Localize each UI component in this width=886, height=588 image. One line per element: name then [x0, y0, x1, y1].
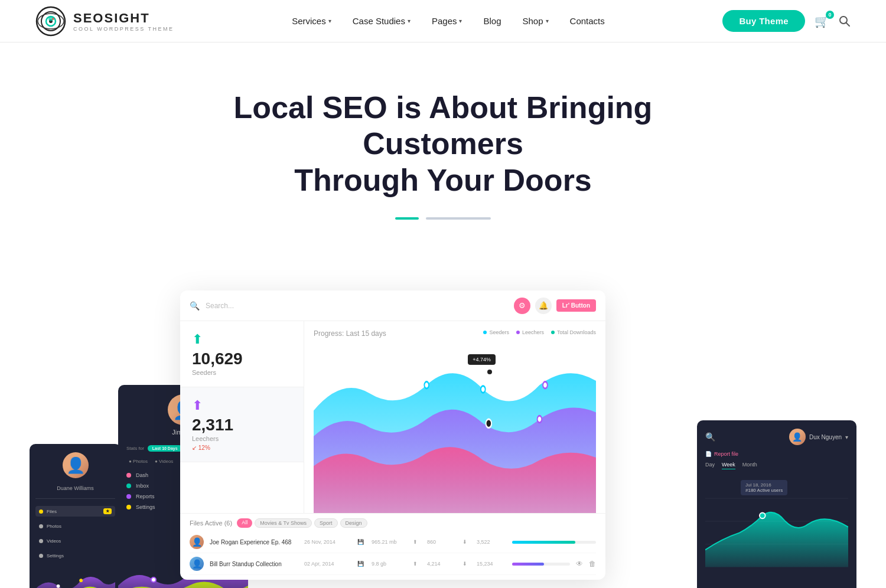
size-icon: 💾 [357, 561, 366, 567]
dashboard-body: ⬆ 10,629 Seeders ⬆ 2,311 Leechers ↙ 12% … [180, 321, 605, 513]
divider-muted [426, 217, 491, 220]
eye-icon[interactable]: 👁 [576, 560, 583, 568]
card-right: 🔍 👤 Dux Nguyen ▾ 📄 Report file Day Week … [697, 420, 856, 588]
chart-title: Progress: Last 15 days [314, 329, 386, 338]
chevron-down-icon: ▾ [328, 18, 331, 24]
legend-leechers: Leechers [516, 329, 544, 335]
svg-point-14 [481, 386, 486, 393]
svg-point-18 [760, 513, 766, 519]
seeders-number: 10,629 [192, 351, 292, 367]
svg-point-9 [57, 584, 60, 588]
nav-item-settings[interactable]: Settings [35, 551, 115, 561]
settings-icon[interactable]: ⚙ [514, 298, 530, 314]
hero-title: Local SEO is About Bringing Customers Th… [177, 90, 709, 198]
screenshots-area: 👤 Duane Williams Files ★ Photos Videos S… [0, 290, 886, 588]
download-icon: ⬆ [192, 398, 292, 413]
seeders-icon: ⬆ [413, 539, 421, 545]
nav-label: Videos [47, 538, 61, 544]
tab-day[interactable]: Day [705, 462, 715, 469]
buy-theme-button[interactable]: Buy Theme [722, 10, 805, 32]
seeders-stat: ⬆ 10,629 Seeders [180, 321, 304, 387]
nav-contacts[interactable]: Contacts [570, 16, 605, 26]
logo-subtitle: COOL WORDPRESS THEME [73, 26, 174, 32]
nav-label: Files [47, 509, 57, 514]
upload-icon: ⬆ [192, 332, 292, 347]
nav-item-photos[interactable]: Photos [35, 521, 115, 531]
svg-point-10 [79, 579, 83, 582]
svg-point-11 [151, 577, 156, 582]
nav-pages[interactable]: Pages ▾ [432, 16, 462, 26]
right-chart-tooltip: Jul 18, 2016 #180 Active users [741, 480, 787, 495]
file-seeders: 860 [427, 539, 457, 545]
user-name-small: Duane Williams [35, 485, 115, 491]
filter-design[interactable]: Design [340, 518, 367, 528]
leechers-label: Leechers [192, 435, 292, 442]
leechers-icon: ⬇ [462, 561, 471, 567]
file-row: 👤 Joe Rogan Experience Ep. 468 26 Nov, 2… [190, 531, 596, 553]
mini-chart [35, 566, 115, 588]
divider-accent [395, 217, 419, 220]
cart-count: 0 [826, 11, 834, 19]
chevron-right-icon: ▾ [845, 434, 848, 440]
svg-line-8 [846, 23, 849, 26]
chart-panel: Progress: Last 15 days Seeders Leechers [304, 321, 605, 513]
search-icon-right[interactable]: 🔍 [705, 432, 715, 442]
nav-shop[interactable]: Shop ▾ [523, 16, 549, 26]
lr-button[interactable]: Lr' Button [556, 299, 596, 312]
filter-all[interactable]: All [237, 518, 252, 528]
files-bottom: Files Active (6) All Movies & Tv Shows S… [180, 513, 605, 580]
delete-icon[interactable]: 🗑 [589, 560, 596, 568]
tab-month[interactable]: Month [742, 462, 757, 469]
user-right-name: Dux Nguyen [809, 434, 842, 440]
bell-icon[interactable]: 🔔 [535, 298, 552, 314]
file-progress-fill [512, 563, 544, 566]
tab-week[interactable]: Week [722, 462, 735, 469]
file-row: 👤 Bill Burr Standup Collection 02 Apr, 2… [190, 553, 596, 575]
nav-services[interactable]: Services ▾ [292, 16, 331, 26]
size-icon: 💾 [357, 539, 366, 545]
report-file-link[interactable]: 📄 Report file [705, 451, 848, 457]
chart-tooltip-dot [486, 368, 493, 375]
logo-title: SEOSIGHT [73, 11, 174, 26]
main-dashboard-card: 🔍 Search... ⚙ 🔔 Lr' Button ⬆ 10,629 Seed… [180, 290, 605, 580]
file-user-avatar: 👤 [190, 535, 204, 549]
chevron-down-icon: ▾ [408, 18, 411, 24]
chevron-down-icon: ▾ [459, 18, 462, 24]
search-icon: 🔍 [190, 301, 200, 311]
wave-chart-svg [314, 342, 596, 513]
leechers-stat: ⬆ 2,311 Leechers ↙ 12% [180, 387, 304, 462]
avatar-right: 👤 [789, 429, 806, 445]
seeders-label: Seeders [192, 369, 292, 376]
nav-item-videos[interactable]: Videos [35, 536, 115, 546]
nav-case-studies[interactable]: Case Studies ▾ [353, 16, 411, 26]
header-icons: ⚙ 🔔 Lr' Button [514, 298, 596, 314]
stats-left-panel: ⬆ 10,629 Seeders ⬆ 2,311 Leechers ↙ 12% [180, 321, 304, 513]
filter-tags: All Movies & Tv Shows Sport Design [237, 518, 367, 528]
right-card-header: 🔍 👤 Dux Nguyen ▾ [705, 429, 848, 445]
hero-section: Local SEO is About Bringing Customers Th… [0, 43, 886, 290]
chevron-down-icon: ▾ [546, 18, 549, 24]
file-size: 965.21 mb [372, 539, 407, 545]
logo[interactable]: SEOSIGHT COOL WORDPRESS THEME [35, 6, 174, 37]
nav-right: Buy Theme 🛒 0 [722, 10, 851, 32]
file-progress-bar [512, 563, 570, 566]
pdf-icon: 📄 [705, 451, 712, 457]
filter-movies[interactable]: Movies & Tv Shows [255, 518, 312, 528]
file-name: Joe Rogan Experience Ep. 468 [210, 539, 298, 545]
search-button[interactable] [839, 15, 851, 27]
chart-tooltip: +4.74% [468, 354, 496, 365]
svg-point-6 [52, 18, 54, 20]
nav-blog[interactable]: Blog [483, 16, 501, 26]
main-nav: Services ▾ Case Studies ▾ Pages ▾ Blog S… [292, 16, 605, 26]
file-name: Bill Burr Standup Collection [210, 561, 298, 567]
filter-sport[interactable]: Sport [314, 518, 338, 528]
chart-header: Progress: Last 15 days Seeders Leechers [314, 329, 596, 338]
nav-badge: ★ [103, 508, 112, 514]
nav-item-files[interactable]: Files ★ [35, 506, 115, 517]
file-date: 02 Apr, 2014 [304, 561, 351, 567]
file-seeders: 4,214 [427, 561, 457, 567]
stat-change: ↙ 12% [192, 445, 292, 451]
nav-label: Settings [47, 553, 64, 558]
file-progress-bar [512, 541, 596, 544]
cart-icon[interactable]: 🛒 0 [815, 14, 829, 28]
